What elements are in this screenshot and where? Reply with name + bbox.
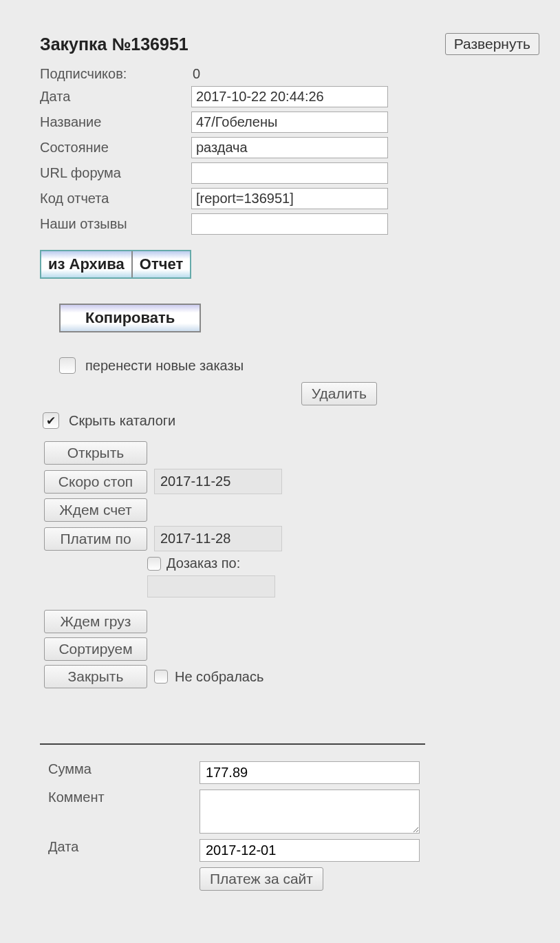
sorting-button[interactable]: Сортируем xyxy=(44,637,147,661)
soon-stop-date: 2017-11-25 xyxy=(154,469,282,494)
page-title: Закупка №136951 xyxy=(40,34,189,54)
pay-by-date: 2017-11-28 xyxy=(154,526,282,551)
from-archive-button[interactable]: из Архива xyxy=(41,251,133,277)
subscribers-label: Подписчиков: xyxy=(40,66,191,82)
comment-textarea[interactable] xyxy=(200,790,420,834)
payment-date-input[interactable] xyxy=(200,839,420,862)
report-code-label: Код отчета xyxy=(40,191,191,206)
dozakaz-checkbox[interactable] xyxy=(147,557,161,571)
wait-invoice-button[interactable]: Ждем счет xyxy=(44,498,147,522)
pay-by-button[interactable]: Платим по xyxy=(44,527,147,551)
hide-catalogs-checkbox[interactable] xyxy=(43,412,59,429)
forum-url-input[interactable] xyxy=(191,162,388,184)
dozakaz-label: Дозаказ по: xyxy=(166,555,240,571)
site-payment-button[interactable]: Платеж за сайт xyxy=(200,867,323,891)
report-code-input[interactable] xyxy=(191,188,388,209)
divider xyxy=(40,743,425,745)
name-input[interactable] xyxy=(191,112,388,133)
date-input[interactable] xyxy=(191,86,388,107)
sum-label: Сумма xyxy=(48,761,200,777)
comment-label: Коммент xyxy=(48,790,200,805)
open-button[interactable]: Открыть xyxy=(44,441,147,465)
not-gathered-checkbox[interactable] xyxy=(154,670,168,684)
sum-input[interactable] xyxy=(200,761,420,784)
payment-date-label: Дата xyxy=(48,839,200,855)
copy-button[interactable]: Копировать xyxy=(59,304,201,332)
state-input[interactable] xyxy=(191,137,388,158)
soon-stop-button[interactable]: Скоро стоп xyxy=(44,470,147,494)
date-label: Дата xyxy=(40,89,191,105)
transfer-label: перенести новые заказы xyxy=(85,358,244,374)
name-label: Название xyxy=(40,114,191,130)
transfer-checkbox[interactable] xyxy=(59,357,76,374)
expand-button[interactable]: Развернуть xyxy=(445,33,539,55)
delete-button[interactable]: Удалить xyxy=(301,382,377,405)
state-label: Состояние xyxy=(40,140,191,156)
toolbar: из Архива Отчет xyxy=(40,250,191,279)
not-gathered-label: Не собралась xyxy=(175,669,263,685)
forum-url-label: URL форума xyxy=(40,165,191,181)
report-button[interactable]: Отчет xyxy=(133,251,190,277)
our-reviews-label: Наши отзывы xyxy=(40,216,191,232)
subscribers-value: 0 xyxy=(191,66,200,82)
our-reviews-input[interactable] xyxy=(191,213,388,235)
wait-cargo-button[interactable]: Ждем груз xyxy=(44,610,147,633)
hide-catalogs-label: Скрыть каталоги xyxy=(69,413,175,429)
close-button[interactable]: Закрыть xyxy=(44,665,147,688)
dozakaz-date xyxy=(147,575,275,597)
